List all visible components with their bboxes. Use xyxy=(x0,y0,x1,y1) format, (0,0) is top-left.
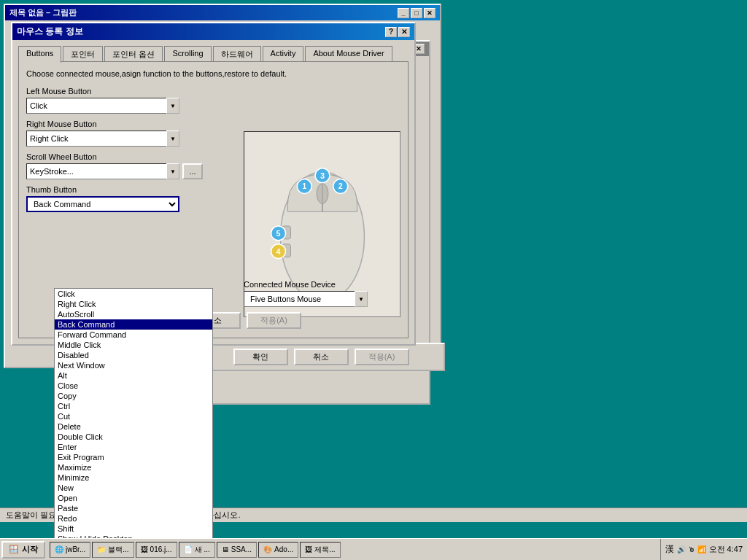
taskbar-icon-016j: 🖼 xyxy=(141,545,148,553)
dropdown-item-click[interactable]: Click xyxy=(55,289,212,299)
taskbar-item-jwbr[interactable]: 🌐 jwBr... xyxy=(50,542,90,558)
taskbar-item-new[interactable]: 📄 새 ... xyxy=(179,542,215,558)
right-mouse-select[interactable]: Right Click xyxy=(26,131,179,147)
tab-scrolling[interactable]: Scrolling xyxy=(164,46,211,62)
left-mouse-section: Left Mouse Button Click ▼ xyxy=(26,87,223,114)
scroll-wheel-label: Scroll Wheel Button xyxy=(26,152,223,161)
description-text: Choose connected mouse,asign function to… xyxy=(26,69,400,78)
dropdown-item-double-click[interactable]: Double Click xyxy=(55,432,212,442)
dialog-titlebar: 마우스 등록 정보 ? ✕ xyxy=(12,23,414,40)
dropdown-item-delete[interactable]: Delete xyxy=(55,421,212,432)
taskbar-tray: 漢 🔊 🖱 📶 오전 4:47 xyxy=(660,539,747,560)
minimize-button[interactable]: _ xyxy=(398,8,409,18)
start-label: 시작 xyxy=(22,544,38,555)
taskbar-icon-new: 📄 xyxy=(184,545,193,553)
help-button[interactable]: ? xyxy=(385,27,397,37)
paint-title: 제목 없음 – 그림판 xyxy=(9,7,77,18)
dialog-close-button[interactable]: ✕ xyxy=(398,27,410,37)
dropdown-item-exit-program[interactable]: Exit Program xyxy=(55,452,212,462)
thumb-label: Thumb Button xyxy=(26,185,223,194)
dialog-content: Buttons 포인터 포인터 옵션 Scrolling 하드웨어 Activi… xyxy=(12,40,414,344)
tab-hardware[interactable]: 하드웨어 xyxy=(213,46,261,62)
taskbar-icon-ssa: 🖥 xyxy=(222,545,229,553)
paint-titlebar: 제목 없음 – 그림판 _ □ ✕ xyxy=(5,5,440,20)
dropdown-item-back-command[interactable]: Back Command xyxy=(55,319,212,330)
device-select[interactable]: Five Buttons Mouse xyxy=(244,291,368,307)
dropdown-item-ctrl[interactable]: Ctrl xyxy=(55,401,212,411)
taskbar-item-ado[interactable]: 🎨 Ado... xyxy=(258,542,298,558)
scroll-wheel-section: Scroll Wheel Button KeyStroke... ▼ ... xyxy=(26,152,223,179)
device-dropdown-arrow[interactable]: ▼ xyxy=(355,291,368,307)
dropdown-item-middle-click[interactable]: Middle Click xyxy=(55,340,212,350)
right-mouse-label: Right Mouse Button xyxy=(26,120,223,128)
dropdown-item-cut[interactable]: Cut xyxy=(55,411,212,421)
lang-icon[interactable]: 漢 xyxy=(665,543,674,556)
dropdown-item-next-window[interactable]: Next Window xyxy=(55,360,212,370)
main-dialog: 마우스 등록 정보 ? ✕ Buttons 포인터 포인터 옵션 Scrolli… xyxy=(11,22,416,346)
dropdown-item-disabled[interactable]: Disabled xyxy=(55,350,212,360)
svg-text:1: 1 xyxy=(302,182,306,190)
tab-about[interactable]: About Mouse Driver xyxy=(305,46,392,62)
left-mouse-select-wrapper: Click ▼ xyxy=(26,98,179,114)
maximize-button[interactable]: □ xyxy=(411,8,422,18)
thumb-select-wrapper: Back Command xyxy=(26,196,179,212)
dropdown-item-redo[interactable]: Redo xyxy=(55,513,212,524)
scroll-wheel-select-wrapper: KeyStroke... ▼ xyxy=(26,163,179,179)
dialog-titlebar-controls: ? ✕ xyxy=(385,27,410,37)
tab-buttons[interactable]: Buttons xyxy=(18,46,61,63)
connected-label: Connected Mouse Device xyxy=(244,280,400,289)
scroll-wheel-select[interactable]: KeyStroke... xyxy=(26,163,179,179)
left-mouse-dropdown-arrow[interactable]: ▼ xyxy=(166,98,179,114)
dialog-title: 마우스 등록 정보 xyxy=(17,26,83,38)
left-mouse-label: Left Mouse Button xyxy=(26,87,223,96)
apply-button[interactable]: 적용(A) xyxy=(247,312,301,329)
dropdown-list: Click Right Click AutoScroll Back Comman… xyxy=(54,288,213,560)
thumb-select[interactable]: Back Command xyxy=(26,196,179,212)
right-mouse-dropdown-arrow[interactable]: ▼ xyxy=(166,131,179,147)
dropdown-item-paste[interactable]: Paste xyxy=(55,503,212,513)
svg-text:2: 2 xyxy=(338,182,343,190)
svg-text:3: 3 xyxy=(320,171,325,180)
svg-text:4: 4 xyxy=(276,247,281,256)
dropdown-item-alt[interactable]: Alt xyxy=(55,370,212,381)
dropdown-item-copy[interactable]: Copy xyxy=(55,391,212,401)
tray-icons: 🔊 🖱 📶 xyxy=(677,545,706,553)
taskbar-item-title[interactable]: 🖼 제목... xyxy=(300,542,340,558)
dropdown-item-shift[interactable]: Shift xyxy=(55,524,212,534)
svg-text:5: 5 xyxy=(276,229,281,238)
second-apply-button[interactable]: 적용(A) xyxy=(355,349,409,365)
thumb-section: Thumb Button Back Command xyxy=(26,185,223,212)
dropdown-item-close[interactable]: Close xyxy=(55,381,212,391)
tab-pointer[interactable]: 포인터 xyxy=(63,46,103,62)
dropdown-item-right-click[interactable]: Right Click xyxy=(55,299,212,309)
tab-activity[interactable]: Activity xyxy=(263,46,304,62)
taskbar-icon-ado: 🎨 xyxy=(263,545,272,553)
start-button[interactable]: 🪟 시작 xyxy=(1,541,45,559)
device-select-wrapper: Five Buttons Mouse ▼ xyxy=(244,291,368,307)
taskbar-icon-title: 🖼 xyxy=(305,545,312,553)
second-cancel-button[interactable]: 취소 xyxy=(294,349,349,365)
left-mouse-select[interactable]: Click xyxy=(26,98,179,114)
taskbar-item-016j[interactable]: 🖼 016.j... xyxy=(136,542,177,558)
second-dialog: 확인 취소 적용(A) xyxy=(197,343,445,371)
tab-pointer-options[interactable]: 포인터 옵션 xyxy=(104,46,163,62)
taskbar-item-ssa[interactable]: 🖥 SSA... xyxy=(217,542,257,558)
dropdown-item-maximize[interactable]: Maximize xyxy=(55,462,212,472)
dropdown-item-enter[interactable]: Enter xyxy=(55,442,212,452)
taskbar-item-black[interactable]: 📁 블랙... xyxy=(92,542,133,558)
dropdown-item-autoscroll[interactable]: AutoScroll xyxy=(55,309,212,319)
start-windows-icon: 🪟 xyxy=(9,545,19,554)
clock: 오전 4:47 xyxy=(709,544,743,555)
keystroke-extra-button[interactable]: ... xyxy=(182,163,203,179)
second-ok-button[interactable]: 확인 xyxy=(233,349,288,365)
right-mouse-section: Right Mouse Button Right Click ▼ xyxy=(26,120,223,147)
dropdown-item-forward-command[interactable]: Forward Command xyxy=(55,330,212,340)
close-button[interactable]: ✕ xyxy=(424,8,436,18)
taskbar-icon-jwbr: 🌐 xyxy=(55,545,63,553)
dropdown-item-open[interactable]: Open xyxy=(55,493,212,503)
scroll-wheel-dropdown-arrow[interactable]: ▼ xyxy=(166,163,179,179)
right-mouse-select-wrapper: Right Click ▼ xyxy=(26,131,179,147)
dropdown-item-minimize[interactable]: Minimize xyxy=(55,472,212,483)
taskbar-icon-black: 📁 xyxy=(97,545,106,553)
dropdown-item-new[interactable]: New xyxy=(55,483,212,493)
